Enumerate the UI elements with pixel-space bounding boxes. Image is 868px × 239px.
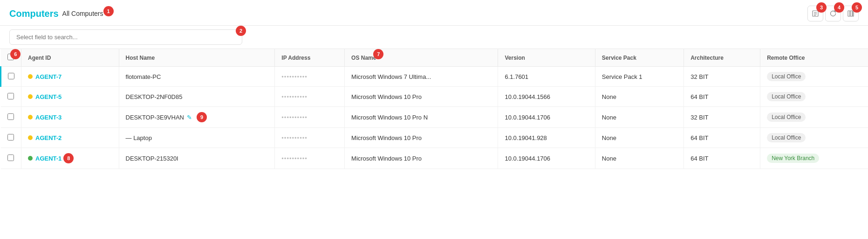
row-checkbox[interactable]	[7, 155, 14, 161]
cell-agent-id: AGENT-2	[21, 128, 119, 148]
status-indicator	[28, 74, 33, 79]
cell-os-name: Microsoft Windows 7 Ultima...	[345, 67, 498, 87]
row-checkbox[interactable]	[8, 73, 14, 79]
all-computers-dropdown[interactable]: All Computers ⌄ 1	[62, 10, 110, 17]
col-agent-id: Agent ID	[21, 49, 119, 67]
header-left: Computers All Computers ⌄ 1	[9, 8, 110, 19]
table-row: AGENT-5DESKTOP-2NF0D85••••••••••Microsof…	[1, 87, 868, 107]
row-checkbox-cell	[1, 148, 21, 169]
cell-version: 10.0.19041.928	[498, 128, 595, 148]
cell-architecture: 64 BIT	[684, 87, 760, 107]
cell-ip-address: ••••••••••	[275, 87, 345, 107]
table-row: AGENT-7flotomate-PC••••••••••Microsoft W…	[1, 67, 868, 87]
office-badge: Local Office	[767, 112, 806, 122]
col-host-name: Host Name	[119, 49, 275, 67]
cell-agent-id: AGENT-18	[21, 148, 119, 169]
cell-os-name: Microsoft Windows 10 Pro N	[345, 107, 498, 128]
annotation-9: 9	[197, 112, 207, 122]
annotation-3: 3	[816, 2, 827, 13]
agent-id-link[interactable]: AGENT-2	[35, 134, 62, 141]
status-indicator	[28, 135, 33, 140]
annotation-7: 7	[373, 49, 383, 59]
cell-ip-address: ••••••••••	[275, 107, 345, 128]
cell-host-name: DESKTOP-2NF0D85	[119, 87, 275, 107]
table-row: AGENT-2— Laptop••••••••••Microsoft Windo…	[1, 128, 868, 148]
col-os-name: OS Name 7	[345, 49, 498, 67]
cell-version: 10.0.19044.1566	[498, 87, 595, 107]
row-checkbox-cell	[1, 67, 21, 87]
columns-button[interactable]: 5	[843, 6, 859, 21]
search-input[interactable]	[9, 29, 242, 45]
cell-os-name: Microsoft Windows 10 Pro	[345, 148, 498, 169]
ip-value: ••••••••••	[281, 73, 308, 80]
refresh-button[interactable]: 4	[825, 6, 841, 21]
edit-hostname-icon[interactable]: ✎	[187, 114, 192, 121]
annotation-6: 6	[10, 49, 21, 59]
status-indicator	[28, 115, 33, 120]
cell-version: 10.0.19044.1706	[498, 148, 595, 169]
row-checkbox-cell	[1, 107, 21, 128]
agent-id-link[interactable]: AGENT-1	[35, 155, 62, 162]
cell-agent-id: AGENT-7	[21, 67, 119, 87]
page-title: Computers	[9, 8, 59, 19]
cell-remote-office: New York Branch	[760, 148, 868, 169]
agent-id-link[interactable]: AGENT-5	[35, 93, 62, 100]
office-badge: Local Office	[767, 133, 806, 142]
table-row: AGENT-18DESKTOP-215320I••••••••••Microso…	[1, 148, 868, 169]
row-checkbox-cell	[1, 87, 21, 107]
cell-host-name: DESKTOP-3E9VHAN✎9	[119, 107, 275, 128]
cell-service-pack: None	[595, 128, 683, 148]
cell-ip-address: ••••••••••	[275, 128, 345, 148]
page-header: Computers All Computers ⌄ 1 3 4	[0, 0, 868, 26]
cell-version: 10.0.19044.1706	[498, 107, 595, 128]
cell-host-name: flotomate-PC	[119, 67, 275, 87]
cell-service-pack: Service Pack 1	[595, 67, 683, 87]
col-version: Version	[498, 49, 595, 67]
export-button[interactable]: 3	[807, 6, 823, 21]
header-actions: 3 4 5	[807, 6, 859, 21]
row-checkbox[interactable]	[7, 93, 14, 99]
row-checkbox[interactable]	[7, 134, 14, 141]
cell-ip-address: ••••••••••	[275, 67, 345, 87]
agent-id-link[interactable]: AGENT-7	[35, 73, 62, 80]
computers-table: 6 Agent ID Host Name IP Address OS Name …	[0, 49, 868, 169]
annotation-5: 5	[852, 2, 862, 13]
ip-value: ••••••••••	[281, 114, 308, 121]
cell-host-name: DESKTOP-215320I	[119, 148, 275, 169]
col-service-pack: Service Pack	[595, 49, 683, 67]
cell-os-name: Microsoft Windows 10 Pro	[345, 87, 498, 107]
svg-rect-5	[850, 11, 852, 16]
status-indicator	[28, 156, 33, 161]
cell-service-pack: None	[595, 107, 683, 128]
status-indicator	[28, 94, 33, 99]
cell-agent-id: AGENT-3	[21, 107, 119, 128]
cell-remote-office: Local Office	[760, 128, 868, 148]
annotation-8: 8	[63, 153, 74, 163]
ip-value: ••••••••••	[281, 134, 308, 141]
row-checkbox[interactable]	[7, 113, 14, 120]
ip-value: ••••••••••	[281, 155, 308, 162]
agent-id-link[interactable]: AGENT-3	[35, 114, 62, 121]
cell-agent-id: AGENT-5	[21, 87, 119, 107]
cell-service-pack: None	[595, 148, 683, 169]
svg-rect-4	[848, 11, 850, 16]
search-bar: 2	[0, 26, 868, 49]
cell-remote-office: Local Office	[760, 87, 868, 107]
ip-value: ••••••••••	[281, 93, 308, 100]
cell-architecture: 64 BIT	[684, 148, 760, 169]
cell-architecture: 32 BIT	[684, 107, 760, 128]
table-body: AGENT-7flotomate-PC••••••••••Microsoft W…	[1, 67, 868, 169]
table-header: 6 Agent ID Host Name IP Address OS Name …	[1, 49, 868, 67]
cell-service-pack: None	[595, 87, 683, 107]
cell-os-name: Microsoft Windows 10 Pro	[345, 128, 498, 148]
cell-architecture: 64 BIT	[684, 128, 760, 148]
col-ip-address: IP Address	[275, 49, 345, 67]
col-architecture: Architecture	[684, 49, 760, 67]
annotation-1: 1	[103, 6, 114, 16]
col-remote-office: Remote Office	[760, 49, 868, 67]
cell-version: 6.1.7601	[498, 67, 595, 87]
annotation-4: 4	[834, 2, 844, 13]
office-badge: New York Branch	[767, 154, 819, 163]
office-badge: Local Office	[767, 92, 806, 101]
cell-remote-office: Local Office	[760, 67, 868, 87]
